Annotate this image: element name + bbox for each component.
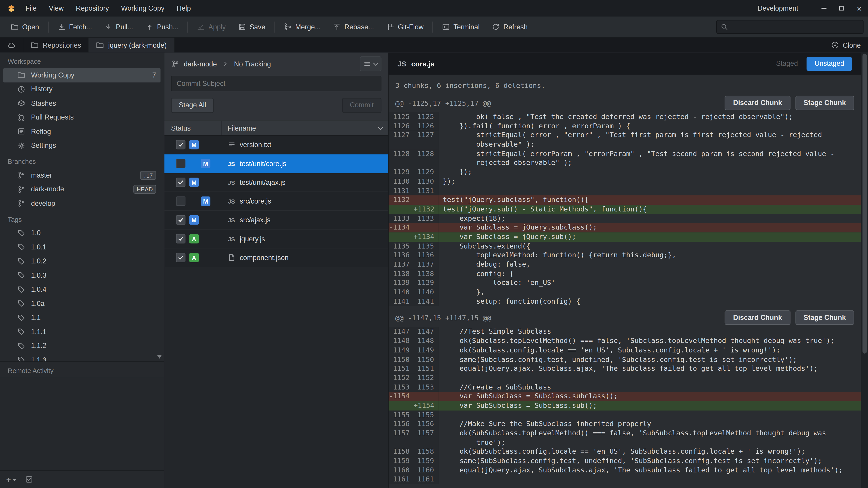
search-input[interactable] [731, 22, 860, 31]
diff-line-context[interactable]: 11471147 //Test Simple Subclass [389, 327, 861, 336]
diff-line-context[interactable]: 11331133 expect(18); [389, 214, 861, 223]
diff-line-context[interactable]: rejected observable" ); [389, 158, 861, 168]
stage-checkbox[interactable] [176, 253, 186, 262]
tag-item-1-0-3[interactable]: 1.0.3 [3, 268, 161, 283]
rebase-button[interactable]: Rebase... [327, 17, 380, 37]
gitflow-button[interactable]: Git-Flow [380, 17, 430, 37]
tab-current-repo[interactable]: jquery (dark-mode) [89, 38, 175, 53]
tag-item-1-1-3[interactable]: 1.1.3 [3, 353, 161, 361]
file-row-test-unit-core-js[interactable]: MJStest/unit/core.js [164, 154, 388, 173]
staged-tab[interactable]: Staged [768, 57, 806, 70]
file-row-jquery-js[interactable]: AJSjquery.js [164, 230, 388, 248]
close-button[interactable]: × [850, 0, 868, 17]
diff-line-context[interactable]: 11531153 //Create a SubSubclass [389, 383, 861, 392]
branch-item-develop[interactable]: develop [3, 196, 161, 210]
diff-line-context[interactable]: 11381138 config: { [389, 269, 861, 279]
menu-repository[interactable]: Repository [70, 0, 115, 17]
merge-button[interactable]: Merge... [278, 17, 327, 37]
branch-item-master[interactable]: master↓17 [3, 168, 161, 182]
terminal-button[interactable]: Terminal [436, 17, 486, 37]
diff-line-deleted[interactable]: -1132test("jQuery.subclass", function(){ [389, 195, 861, 205]
diff-line-context[interactable]: 11411141 setup: function(config) { [389, 297, 861, 306]
branch-item-dark-mode[interactable]: dark-modeHEAD [3, 182, 161, 196]
sidebar-item-stashes[interactable]: Stashes [3, 96, 161, 110]
menu-help[interactable]: Help [170, 0, 197, 17]
column-header-status[interactable]: Status [164, 121, 222, 135]
menu-file[interactable]: File [20, 0, 43, 17]
clone-button[interactable]: Clone [824, 38, 868, 53]
scroll-down-arrow[interactable] [157, 355, 162, 359]
discard-chunk-button[interactable]: Discard Chunk [725, 96, 790, 110]
diff-line-added[interactable]: +1154 var SubSubclass = Subclass.sub(); [389, 401, 861, 410]
tag-item-1-0a[interactable]: 1.0a [3, 297, 161, 311]
stage-checkbox[interactable] [176, 177, 186, 187]
push-button[interactable]: Push... [139, 17, 185, 37]
save-button[interactable]: Save [232, 17, 272, 37]
diff-line-context[interactable]: true'); [389, 438, 861, 447]
diff-line-context[interactable]: 11611161 [389, 475, 861, 484]
maximize-button[interactable] [833, 0, 850, 17]
checkbox-toggle-icon[interactable] [25, 475, 33, 484]
file-row-src-ajax-js[interactable]: MJSsrc/ajax.js [164, 211, 388, 230]
file-row-test-unit-ajax-js[interactable]: MJStest/unit/ajax.js [164, 173, 388, 192]
commit-button[interactable]: Commit [342, 98, 381, 113]
stage-chunk-button[interactable]: Stage Chunk [795, 96, 854, 110]
diff-line-context[interactable]: 11551155 [389, 410, 861, 420]
diff-line-context[interactable]: 11271127 strictEqual( error , "error" , … [389, 131, 861, 140]
diff-line-context[interactable]: 11591159 same(SubSubclass.config.test, u… [389, 457, 861, 466]
open-button[interactable]: Open [4, 17, 45, 37]
diff-line-context[interactable]: 11581158 ok(SubSubclass.config.locale ==… [389, 447, 861, 457]
pull-button[interactable]: Pull... [98, 17, 139, 37]
diff-line-context[interactable]: 11511151 equal(jQuery.ajax, Subclass.aja… [389, 364, 861, 373]
table-options-caret-icon[interactable] [373, 127, 388, 130]
vertical-scrollbar[interactable] [861, 53, 868, 488]
diff-line-context[interactable]: 11251125 ok( false , "Test the created d… [389, 112, 861, 122]
file-row-component-json[interactable]: Acomponent.json [164, 249, 388, 267]
diff-line-added[interactable]: +1134 var Subclass = jQuery.sub(); [389, 232, 861, 241]
diff-line-context[interactable]: 11491149 ok(Subclass.config.locale == 'e… [389, 346, 861, 355]
commit-subject-input[interactable] [171, 76, 381, 92]
unstaged-tab[interactable]: Unstaged [807, 57, 852, 70]
fetch-button[interactable]: Fetch... [51, 17, 98, 37]
scrollbar-thumb[interactable] [863, 54, 867, 354]
remote-repositories-tab[interactable] [0, 38, 23, 53]
diff-line-context[interactable]: 11391139 locale: 'en_US' [389, 279, 861, 288]
stage-checkbox[interactable] [176, 234, 186, 243]
diff-line-context[interactable]: 11521152 [389, 373, 861, 383]
tab-repositories[interactable]: Repositories [23, 38, 89, 53]
column-header-filename[interactable]: Filename [222, 124, 373, 132]
diff-line-context[interactable]: 11361136 topLevelMethod: function() {ret… [389, 251, 861, 260]
menu-working-copy[interactable]: Working Copy [115, 0, 170, 17]
diff-line-context[interactable]: 11481148 ok(Subclass.topLevelMethod() ==… [389, 336, 861, 346]
stage-chunk-button[interactable]: Stage Chunk [795, 311, 854, 325]
sidebar-item-settings[interactable]: Settings [3, 138, 161, 153]
diff-line-context[interactable]: 11291129 }); [389, 168, 861, 177]
diff-line-context[interactable]: 11351135 Subclass.extend({ [389, 241, 861, 251]
diff-line-deleted[interactable]: -1134 var Subclass = jQuery.subclass(); [389, 223, 861, 232]
sidebar-item-reflog[interactable]: Reflog [3, 125, 161, 138]
diff-line-context[interactable]: observable" ); [389, 140, 861, 149]
tag-item-1-0-1[interactable]: 1.0.1 [3, 240, 161, 254]
commit-options-menu-button[interactable] [360, 57, 381, 71]
diff-line-context[interactable]: 11601160 equal(jQuery.ajax, SubSubclass.… [389, 466, 861, 475]
tag-item-1-0[interactable]: 1.0 [3, 226, 161, 240]
diff-line-context[interactable]: 11401140 }, [389, 288, 861, 297]
diff-line-context[interactable]: 11371137 debug: false, [389, 260, 861, 269]
diff-line-deleted[interactable]: -1154 var SubSubclass = Subclass.subclas… [389, 392, 861, 401]
minimize-button[interactable] [815, 0, 833, 17]
refresh-button[interactable]: Refresh [486, 17, 534, 37]
file-row-version-txt[interactable]: Mversion.txt [164, 135, 388, 154]
tag-item-1-0-2[interactable]: 1.0.2 [3, 254, 161, 268]
diff-line-context[interactable]: 11261126 }).fail( function( error , erro… [389, 122, 861, 131]
tag-item-1-0-4[interactable]: 1.0.4 [3, 283, 161, 296]
search-box[interactable] [716, 20, 864, 34]
stage-all-button[interactable]: Stage All [171, 98, 214, 113]
menu-view[interactable]: View [43, 0, 70, 17]
diff-line-context[interactable]: 11501150 same(Subclass.config.test, unde… [389, 355, 861, 364]
diff-line-context[interactable]: 11281128 strictEqual( errorParam , "erro… [389, 149, 861, 159]
stage-checkbox[interactable] [176, 159, 186, 168]
tag-item-1-1[interactable]: 1.1 [3, 311, 161, 325]
sidebar-item-pull-requests[interactable]: Pull Requests [3, 110, 161, 125]
diff-line-context[interactable]: 11311131 [389, 186, 861, 195]
sidebar-item-working-copy[interactable]: Working Copy7 [3, 68, 161, 82]
